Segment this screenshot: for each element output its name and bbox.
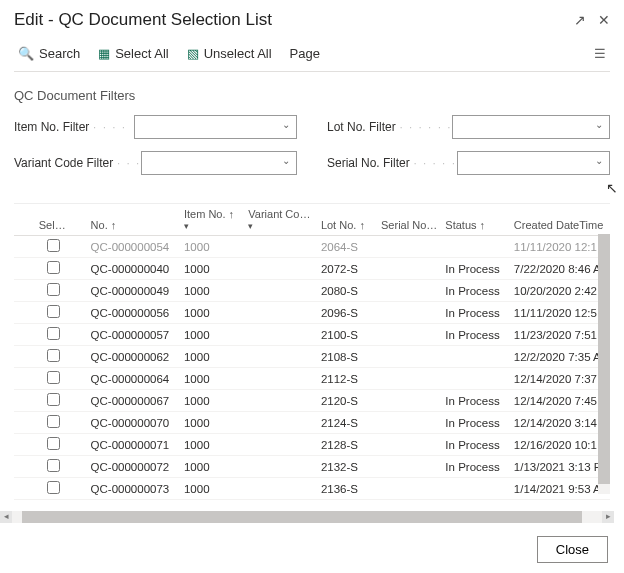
row-checkbox[interactable] [47, 393, 60, 406]
row-checkbox[interactable] [47, 283, 60, 296]
row-checkbox[interactable] [47, 305, 60, 318]
cell-item-no: 1000 [180, 456, 244, 478]
list-view-icon[interactable]: ☰ [594, 46, 606, 61]
table-row[interactable]: QC-000000073 1000 2136-S 1/14/2021 9:53 … [14, 478, 610, 500]
cell-no: QC-000000049 [87, 280, 180, 302]
row-menu-icon[interactable] [72, 346, 87, 368]
filter-icon: ▾ [184, 221, 240, 231]
row-checkbox[interactable] [47, 437, 60, 450]
table-row[interactable]: QC-000000054 1000 2064-S 11/11/2020 12:1 [14, 236, 610, 258]
cell-lot-no: 2112-S [317, 368, 377, 390]
cell-created: 7/22/2020 8:46 A [510, 258, 610, 280]
cell-lot-no: 2096-S [317, 302, 377, 324]
select-all-button[interactable]: ▦ Select All [98, 46, 168, 61]
table-row[interactable]: QC-000000064 1000 2112-S 12/14/2020 7:37 [14, 368, 610, 390]
row-menu-icon[interactable] [72, 412, 87, 434]
row-menu-icon[interactable] [72, 368, 87, 390]
scroll-right-icon[interactable]: ▸ [602, 511, 614, 523]
col-created[interactable]: Created DateTime [510, 204, 610, 236]
scrollbar-thumb[interactable] [598, 234, 610, 484]
cell-variant [244, 280, 317, 302]
cell-created: 1/14/2021 9:53 A [510, 478, 610, 500]
cell-item-no: 1000 [180, 434, 244, 456]
col-item-no[interactable]: Item No. ↑▾ [180, 204, 244, 236]
close-button[interactable]: Close [537, 536, 608, 563]
search-button[interactable]: 🔍 Search [18, 46, 80, 61]
row-menu-icon[interactable] [72, 500, 87, 504]
cell-lot-no: 2100-S [317, 324, 377, 346]
table-row[interactable]: QC-000000056 1000 2096-S In Process 11/1… [14, 302, 610, 324]
cell-item-no: 1000 [180, 280, 244, 302]
item-no-filter-input[interactable]: ⌄ [134, 115, 297, 139]
row-checkbox[interactable] [47, 349, 60, 362]
cell-created: 12/2/2020 7:35 A [510, 346, 610, 368]
table-row[interactable]: QC-000000071 1000 2128-S In Process 12/1… [14, 434, 610, 456]
cell-created: 10/20/2020 2:42 [510, 280, 610, 302]
cell-serial [377, 434, 441, 456]
col-no[interactable]: No. ↑ [87, 204, 180, 236]
cell-status: In Process [441, 412, 509, 434]
window-title: Edit - QC Document Selection List [14, 10, 272, 30]
col-select[interactable]: Sele... [35, 204, 72, 236]
row-checkbox[interactable] [47, 415, 60, 428]
row-checkbox[interactable] [47, 481, 60, 494]
data-grid[interactable]: Sele... No. ↑ Item No. ↑▾ Variant Code ↑… [14, 204, 610, 503]
variant-code-filter-input[interactable]: ⌄ [141, 151, 297, 175]
row-menu-icon[interactable] [72, 258, 87, 280]
horizontal-scrollbar[interactable]: ◂ ▸ [12, 511, 612, 523]
col-lot-no[interactable]: Lot No. ↑ [317, 204, 377, 236]
table-row[interactable]: QC-000000070 1000 2124-S In Process 12/1… [14, 412, 610, 434]
cell-status: In Process [441, 302, 509, 324]
row-indicator [14, 434, 35, 456]
cell-lot-no: 2064-S [317, 236, 377, 258]
row-menu-icon[interactable] [72, 236, 87, 258]
row-menu-icon[interactable] [72, 390, 87, 412]
row-menu-icon[interactable] [72, 302, 87, 324]
cell-serial [377, 258, 441, 280]
row-checkbox[interactable] [47, 371, 60, 384]
table-row[interactable]: QC-000000040 1000 2072-S In Process 7/22… [14, 258, 610, 280]
close-icon[interactable]: ✕ [598, 12, 610, 28]
row-indicator [14, 258, 35, 280]
row-checkbox[interactable] [47, 459, 60, 472]
scroll-left-icon[interactable]: ◂ [0, 511, 12, 523]
cell-item-no: 1000 [180, 324, 244, 346]
table-row[interactable]: QC-000000057 1000 2100-S In Process 11/2… [14, 324, 610, 346]
vertical-scrollbar[interactable] [598, 234, 610, 494]
lot-no-filter-input[interactable]: ⌄ [452, 115, 610, 139]
unselect-all-button[interactable]: ▧ Unselect All [187, 46, 272, 61]
cell-item-no: 1000 [180, 236, 244, 258]
row-menu-icon[interactable] [72, 280, 87, 302]
row-menu-icon[interactable] [72, 456, 87, 478]
cell-status: In Process [441, 434, 509, 456]
cell-created: 1/15/2021 10:42 [510, 500, 610, 504]
col-variant[interactable]: Variant Code ↑▾ [244, 204, 317, 236]
row-checkbox[interactable] [47, 239, 60, 252]
col-serial[interactable]: Serial No. ↑ [377, 204, 441, 236]
cell-status: In Process [441, 280, 509, 302]
table-row[interactable]: QC-000000072 1000 2132-S In Process 1/13… [14, 456, 610, 478]
table-row[interactable]: QC-000000067 1000 2120-S In Process 12/1… [14, 390, 610, 412]
scrollbar-thumb[interactable] [22, 511, 582, 523]
row-indicator [14, 280, 35, 302]
table-row[interactable]: QC-000000074 1000 2140-S 1/15/2021 10:42 [14, 500, 610, 504]
page-menu[interactable]: Page [290, 46, 320, 61]
cell-status: In Process [441, 324, 509, 346]
row-checkbox[interactable] [47, 327, 60, 340]
cell-item-no: 1000 [180, 500, 244, 504]
row-menu-icon[interactable] [72, 478, 87, 500]
cell-status [441, 478, 509, 500]
row-menu-icon[interactable] [72, 324, 87, 346]
expand-icon[interactable]: ↗ [574, 12, 586, 28]
row-menu-icon[interactable] [72, 434, 87, 456]
toolbar: 🔍 Search ▦ Select All ▧ Unselect All Pag… [14, 36, 610, 72]
table-row[interactable]: QC-000000049 1000 2080-S In Process 10/2… [14, 280, 610, 302]
row-checkbox[interactable] [47, 261, 60, 274]
cell-serial [377, 478, 441, 500]
table-row[interactable]: QC-000000062 1000 2108-S 12/2/2020 7:35 … [14, 346, 610, 368]
col-status[interactable]: Status ↑ [441, 204, 509, 236]
cell-serial [377, 302, 441, 324]
cell-item-no: 1000 [180, 346, 244, 368]
cell-created: 12/14/2020 3:14 [510, 412, 610, 434]
serial-no-filter-input[interactable]: ⌄ [457, 151, 610, 175]
